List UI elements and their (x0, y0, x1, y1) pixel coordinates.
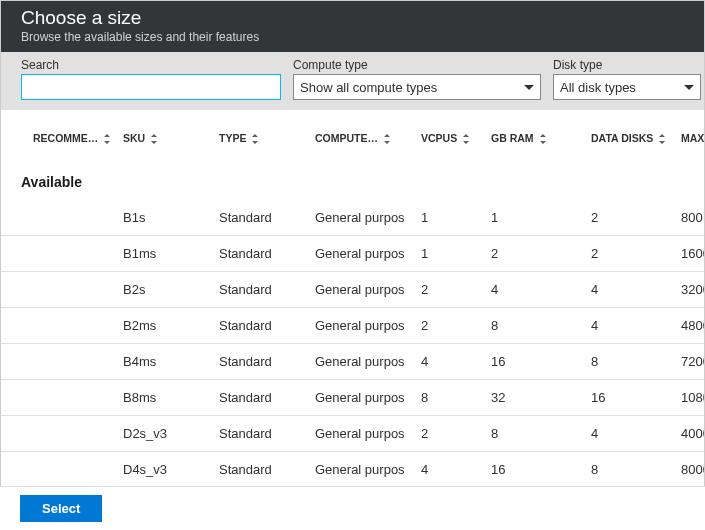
cell-disks: 16 (587, 380, 677, 416)
cell-vcpus: 2 (417, 416, 487, 452)
cell-compute: General purpos (311, 272, 417, 308)
cell-disks: 4 (587, 416, 677, 452)
sort-icon (150, 134, 158, 144)
col-compute[interactable]: COMPUTE… (311, 126, 417, 156)
compute-type-label: Compute type (293, 58, 541, 72)
cell-type: Standard (215, 200, 311, 236)
disk-type-selected: All disk types (560, 80, 636, 95)
cell-compute: General purpos (311, 308, 417, 344)
compute-type-dropdown[interactable]: Show all compute types (293, 74, 541, 100)
cell-type: Standard (215, 308, 311, 344)
cell-ram: 2 (487, 236, 587, 272)
cell-sku: B2s (119, 272, 215, 308)
disk-type-dropdown[interactable]: All disk types (553, 74, 701, 100)
cell-iops: 7200 (677, 344, 704, 380)
cell-vcpus: 2 (417, 272, 487, 308)
col-type[interactable]: TYPE (215, 126, 311, 156)
col-sku[interactable]: SKU (119, 126, 215, 156)
cell-compute: General purpos (311, 452, 417, 488)
cell-recommended (1, 452, 119, 488)
table-row[interactable]: B1msStandardGeneral purpos1221600 (1, 236, 704, 272)
compute-type-selected: Show all compute types (300, 80, 437, 95)
cell-ram: 16 (487, 452, 587, 488)
cell-vcpus: 8 (417, 380, 487, 416)
cell-sku: D4s_v3 (119, 452, 215, 488)
cell-recommended (1, 344, 119, 380)
select-button[interactable]: Select (20, 495, 102, 522)
table-row[interactable]: B8msStandardGeneral purpos8321610800 (1, 380, 704, 416)
col-iops[interactable]: MAX IOP (677, 126, 704, 156)
cell-compute: General purpos (311, 344, 417, 380)
section-available: Available (1, 156, 704, 200)
sort-icon (383, 134, 391, 144)
cell-disks: 2 (587, 236, 677, 272)
cell-recommended (1, 236, 119, 272)
cell-iops: 800 (677, 200, 704, 236)
page-title: Choose a size (21, 7, 684, 29)
sort-icon (103, 134, 111, 144)
cell-iops: 4000 (677, 416, 704, 452)
cell-recommended (1, 200, 119, 236)
cell-type: Standard (215, 236, 311, 272)
filter-bar: Search Compute type Show all compute typ… (1, 52, 704, 110)
disk-type-label: Disk type (553, 58, 701, 72)
cell-iops: 4800 (677, 308, 704, 344)
cell-disks: 8 (587, 344, 677, 380)
col-ram[interactable]: GB RAM (487, 126, 587, 156)
sort-icon (462, 134, 470, 144)
size-table: RECOMME… SKU TYPE COMPUTE… VCPUS (1, 126, 704, 488)
table-row[interactable]: B2sStandardGeneral purpos2443200 (1, 272, 704, 308)
cell-recommended (1, 416, 119, 452)
cell-disks: 4 (587, 272, 677, 308)
cell-ram: 1 (487, 200, 587, 236)
chevron-down-icon (684, 85, 694, 90)
page-subtitle: Browse the available sizes and their fea… (21, 30, 684, 44)
panel-header: Choose a size Browse the available sizes… (1, 1, 704, 52)
search-label: Search (21, 58, 281, 72)
table-row[interactable]: B1sStandardGeneral purpos112800 (1, 200, 704, 236)
cell-vcpus: 4 (417, 344, 487, 380)
col-disks[interactable]: DATA DISKS (587, 126, 677, 156)
cell-iops: 8000 (677, 452, 704, 488)
cell-ram: 32 (487, 380, 587, 416)
cell-type: Standard (215, 344, 311, 380)
table-row[interactable]: B2msStandardGeneral purpos2844800 (1, 308, 704, 344)
col-vcpus[interactable]: VCPUS (417, 126, 487, 156)
cell-recommended (1, 308, 119, 344)
cell-vcpus: 2 (417, 308, 487, 344)
cell-sku: B1s (119, 200, 215, 236)
cell-compute: General purpos (311, 200, 417, 236)
cell-disks: 4 (587, 308, 677, 344)
cell-iops: 1600 (677, 236, 704, 272)
cell-sku: B1ms (119, 236, 215, 272)
chevron-down-icon (524, 85, 534, 90)
cell-vcpus: 1 (417, 236, 487, 272)
cell-sku: B8ms (119, 380, 215, 416)
cell-vcpus: 4 (417, 452, 487, 488)
cell-sku: D2s_v3 (119, 416, 215, 452)
sort-icon (539, 134, 547, 144)
sort-icon (251, 134, 259, 144)
table-row[interactable]: B4msStandardGeneral purpos41687200 (1, 344, 704, 380)
cell-iops: 3200 (677, 272, 704, 308)
cell-iops: 10800 (677, 380, 704, 416)
footer-bar: Select (0, 486, 705, 530)
cell-compute: General purpos (311, 380, 417, 416)
col-recommended[interactable]: RECOMME… (1, 126, 119, 156)
cell-ram: 4 (487, 272, 587, 308)
table-row[interactable]: D2s_v3StandardGeneral purpos2844000 (1, 416, 704, 452)
cell-recommended (1, 272, 119, 308)
cell-vcpus: 1 (417, 200, 487, 236)
cell-ram: 8 (487, 308, 587, 344)
cell-sku: B2ms (119, 308, 215, 344)
cell-type: Standard (215, 416, 311, 452)
cell-ram: 16 (487, 344, 587, 380)
cell-compute: General purpos (311, 416, 417, 452)
search-input[interactable] (21, 74, 281, 100)
cell-disks: 8 (587, 452, 677, 488)
cell-ram: 8 (487, 416, 587, 452)
cell-type: Standard (215, 380, 311, 416)
cell-recommended (1, 380, 119, 416)
table-row[interactable]: D4s_v3StandardGeneral purpos41688000 (1, 452, 704, 488)
sort-icon (658, 134, 666, 144)
